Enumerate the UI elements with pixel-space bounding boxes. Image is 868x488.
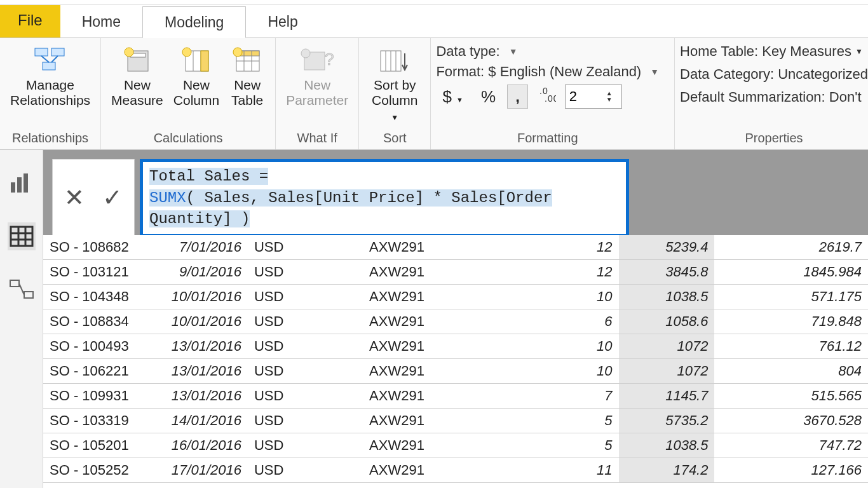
cell-amount-b[interactable]: 761.12 <box>714 334 868 359</box>
cell-amount-b[interactable]: 127.166 <box>714 458 868 483</box>
cell-qty[interactable]: 5 <box>497 409 618 433</box>
cell-amount-a[interactable]: 5239.4 <box>619 235 715 260</box>
cell-code[interactable]: AXW291 <box>363 235 497 260</box>
table-row[interactable]: SO - 10331914/01/2016USDAXW29155735.2367… <box>43 409 868 433</box>
cell-date[interactable]: 17/01/2016 <box>152 458 248 483</box>
cell-qty[interactable]: 6 <box>497 309 618 334</box>
table-row[interactable]: SO - 1031219/01/2016USDAXW291123845.8184… <box>43 260 868 285</box>
cell-so[interactable]: SO - 104348 <box>43 285 152 309</box>
cell-code[interactable]: AXW291 <box>363 285 497 309</box>
cell-amount-b[interactable]: 1845.984 <box>714 260 868 285</box>
tab-help[interactable]: Help <box>246 6 319 37</box>
data-category-dropdown[interactable]: Data Category: Uncategorized <box>680 66 868 83</box>
cell-currency[interactable]: USD <box>248 433 363 458</box>
table-row[interactable]: SO - 10993113/01/2016USDAXW29171145.7515… <box>43 384 868 409</box>
cell-qty[interactable]: 10 <box>497 285 618 309</box>
cell-code[interactable]: AXW291 <box>363 433 497 458</box>
cell-currency[interactable]: USD <box>248 334 363 359</box>
cell-so[interactable]: SO - 105201 <box>43 433 152 458</box>
tab-home[interactable]: Home <box>60 6 142 37</box>
cell-so[interactable]: SO - 108682 <box>43 235 152 260</box>
cell-amount-a[interactable]: 3845.8 <box>619 260 715 285</box>
thousands-separator-button[interactable]: , <box>507 85 528 109</box>
percent-button[interactable]: % <box>475 85 502 109</box>
cell-amount-b[interactable]: 804 <box>714 359 868 384</box>
cell-amount-b[interactable]: 515.565 <box>714 384 868 409</box>
cell-currency[interactable]: USD <box>248 384 363 409</box>
table-row[interactable]: SO - 10883410/01/2016USDAXW29161058.6719… <box>43 309 868 334</box>
data-grid[interactable]: SO - 1086827/01/2016USDAXW291125239.4261… <box>43 235 868 488</box>
cell-date[interactable]: 14/01/2016 <box>152 409 248 433</box>
data-view-icon[interactable] <box>8 222 36 250</box>
cell-amount-a[interactable]: 1058.6 <box>619 309 715 334</box>
cell-code[interactable]: AXW291 <box>363 458 497 483</box>
cell-amount-b[interactable]: 3670.528 <box>714 409 868 433</box>
cell-amount-a[interactable]: 1072 <box>619 334 715 359</box>
cancel-formula-icon[interactable]: ✕ <box>64 184 85 212</box>
cell-so[interactable]: SO - 105252 <box>43 458 152 483</box>
new-table-button[interactable]: New Table <box>224 42 270 111</box>
cell-currency[interactable]: USD <box>248 409 363 433</box>
tab-file[interactable]: File <box>0 4 60 37</box>
home-table-dropdown[interactable]: Home Table: Key Measures ▼ <box>680 43 868 60</box>
cell-so[interactable]: SO - 100493 <box>43 334 152 359</box>
format-dropdown[interactable]: Format: $ English (New Zealand) ▼ <box>436 64 659 80</box>
cell-amount-b[interactable]: 747.72 <box>714 433 868 458</box>
cell-date[interactable]: 9/01/2016 <box>152 260 248 285</box>
new-column-button[interactable]: New Column <box>168 42 224 111</box>
cell-amount-b[interactable]: 719.848 <box>714 309 868 334</box>
cell-date[interactable]: 13/01/2016 <box>152 384 248 409</box>
cell-code[interactable]: AXW291 <box>363 334 497 359</box>
cell-currency[interactable]: USD <box>248 309 363 334</box>
commit-formula-icon[interactable]: ✓ <box>102 184 123 212</box>
cell-currency[interactable]: USD <box>248 260 363 285</box>
cell-so[interactable]: SO - 103121 <box>43 260 152 285</box>
cell-amount-a[interactable]: 1145.7 <box>619 384 715 409</box>
table-row[interactable]: SO - 10520116/01/2016USDAXW29151038.5747… <box>43 433 868 458</box>
cell-amount-a[interactable]: 1038.5 <box>619 433 715 458</box>
cell-so[interactable]: SO - 108834 <box>43 309 152 334</box>
cell-qty[interactable]: 7 <box>497 384 618 409</box>
report-view-icon[interactable] <box>8 169 36 197</box>
cell-amount-a[interactable]: 5735.2 <box>619 409 715 433</box>
cell-so[interactable]: SO - 103319 <box>43 409 152 433</box>
cell-amount-a[interactable]: 1038.5 <box>619 285 715 309</box>
cell-amount-b[interactable]: 2619.7 <box>714 235 868 260</box>
cell-currency[interactable]: USD <box>248 359 363 384</box>
decimals-input[interactable] <box>566 85 604 108</box>
table-row[interactable]: SO - 10622113/01/2016USDAXW291101072804 <box>43 359 868 384</box>
table-row[interactable]: SO - 10434810/01/2016USDAXW291101038.557… <box>43 285 868 309</box>
cell-currency[interactable]: USD <box>248 458 363 483</box>
formula-input[interactable]: Total Sales = SUMX( Sales, Sales[Unit Pr… <box>140 159 629 237</box>
currency-button[interactable]: $ ▼ <box>436 85 470 109</box>
cell-amount-a[interactable]: 174.2 <box>619 458 715 483</box>
cell-date[interactable]: 13/01/2016 <box>152 359 248 384</box>
cell-qty[interactable]: 12 <box>497 260 618 285</box>
cell-date[interactable]: 7/01/2016 <box>152 235 248 260</box>
cell-date[interactable]: 13/01/2016 <box>152 334 248 359</box>
spinner-arrows[interactable]: ▲▼ <box>604 85 615 108</box>
cell-code[interactable]: AXW291 <box>363 359 497 384</box>
cell-so[interactable]: SO - 106221 <box>43 359 152 384</box>
cell-amount-a[interactable]: 1072 <box>619 359 715 384</box>
tab-modeling[interactable]: Modeling <box>142 6 246 38</box>
cell-qty[interactable]: 11 <box>497 458 618 483</box>
model-view-icon[interactable] <box>8 276 36 304</box>
data-type-dropdown[interactable]: Data type: ▼ <box>436 43 659 60</box>
cell-code[interactable]: AXW291 <box>363 384 497 409</box>
sort-by-column-button[interactable]: Sort by Column ▼ <box>364 42 425 126</box>
cell-code[interactable]: AXW291 <box>363 409 497 433</box>
cell-amount-b[interactable]: 571.175 <box>714 285 868 309</box>
cell-qty[interactable]: 10 <box>497 334 618 359</box>
cell-qty[interactable]: 10 <box>497 359 618 384</box>
manage-relationships-button[interactable]: Manage Relationships <box>5 42 95 111</box>
default-summarization-dropdown[interactable]: Default Summarization: Don't <box>680 89 868 105</box>
cell-qty[interactable]: 12 <box>497 235 618 260</box>
table-row[interactable]: SO - 1086827/01/2016USDAXW291125239.4261… <box>43 235 868 260</box>
new-measure-button[interactable]: New Measure <box>106 42 168 111</box>
decimals-spinner[interactable]: ▲▼ <box>565 85 622 109</box>
cell-date[interactable]: 10/01/2016 <box>152 285 248 309</box>
cell-code[interactable]: AXW291 <box>363 309 497 334</box>
cell-date[interactable]: 16/01/2016 <box>152 433 248 458</box>
cell-code[interactable]: AXW291 <box>363 260 497 285</box>
